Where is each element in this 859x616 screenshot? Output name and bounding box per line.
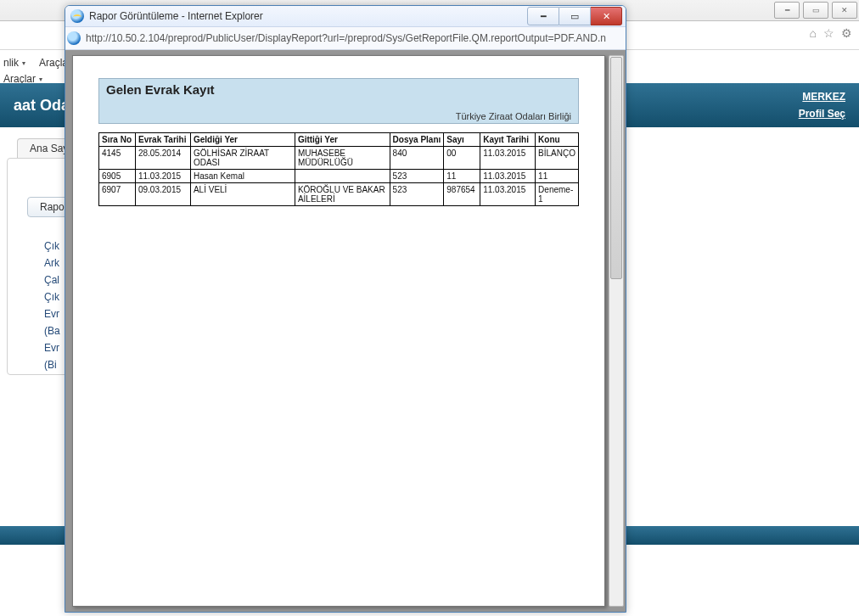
ie-popup-window: Rapor Görüntüleme - Internet Explorer ━ …: [65, 5, 626, 613]
pdf-viewport: Gelen Evrak Kayıt Türkiye Ziraat Odaları…: [65, 50, 626, 612]
col-geldigi-yer: Geldiği Yer: [190, 133, 295, 147]
ie-titlebar[interactable]: Rapor Görüntüleme - Internet Explorer ━ …: [65, 6, 626, 27]
outer-close-button[interactable]: ✕: [832, 2, 857, 19]
col-kayit-tarihi: Kayıt Tarihi: [480, 133, 536, 147]
link-merkez[interactable]: MERKEZ: [802, 91, 845, 103]
ie-address-bar: [65, 27, 626, 50]
col-sayi: Sayı: [444, 133, 480, 147]
list-item[interactable]: Çık: [44, 288, 60, 305]
col-evrak-tarihi: Evrak Tarihi: [135, 133, 190, 147]
list-item[interactable]: (Bi: [44, 356, 60, 373]
table-row: 6907 09.03.2015 ALİ VELİ KÖROĞLU VE BAKA…: [99, 183, 579, 206]
report-header-box: Gelen Evrak Kayıt Türkiye Ziraat Odaları…: [98, 78, 579, 124]
ie-maximize-button[interactable]: ▭: [559, 7, 591, 25]
col-dosya-plani: Dosya Planı: [390, 133, 444, 147]
ie-window-title: Rapor Görüntüleme - Internet Explorer: [89, 10, 522, 22]
table-row: 4145 28.05.2014 GÖLHİSAR ZİRAAT ODASI MU…: [99, 147, 579, 170]
outer-max-button[interactable]: ▭: [803, 2, 828, 19]
outer-min-button[interactable]: ━: [774, 2, 800, 19]
pdf-page: Gelen Evrak Kayıt Türkiye Ziraat Odaları…: [72, 55, 605, 607]
col-konu: Konu: [536, 133, 579, 147]
menubar-item-nlik[interactable]: nlik▾: [3, 57, 25, 69]
report-table: Sıra No Evrak Tarihi Geldiği Yer Gittiği…: [98, 132, 579, 206]
outer-toolbar-icons: ⌂ ☆ ⚙: [810, 24, 852, 42]
list-item[interactable]: Ark: [44, 255, 60, 272]
outer-left-list: Çık Ark Çal Çık Evr (Ba Evr (Bi: [44, 238, 60, 373]
report-subtitle: Türkiye Ziraat Odaları Birliği: [456, 111, 571, 121]
list-item[interactable]: Çal: [44, 272, 60, 288]
table-row: 6905 11.03.2015 Hasan Kemal 523 11 11.03…: [99, 170, 579, 183]
list-item[interactable]: Evr: [44, 305, 60, 322]
table-header-row: Sıra No Evrak Tarihi Geldiği Yer Gittiği…: [99, 133, 579, 147]
list-item[interactable]: (Ba: [44, 322, 60, 339]
col-gittigi-yer: Gittiği Yer: [295, 133, 390, 147]
list-item[interactable]: Çık: [44, 238, 60, 255]
star-icon[interactable]: ☆: [823, 26, 834, 40]
ie-close-button[interactable]: ✕: [591, 7, 622, 25]
ie-icon: [70, 9, 84, 23]
pdf-vertical-scrollbar[interactable]: [609, 55, 624, 607]
home-icon[interactable]: ⌂: [810, 26, 817, 40]
scrollbar-thumb[interactable]: [610, 57, 622, 279]
report-title: Gelen Evrak Kayıt: [106, 82, 573, 97]
gear-icon[interactable]: ⚙: [841, 26, 852, 40]
ie-favicon: [65, 27, 82, 49]
col-sira-no: Sıra No: [99, 133, 136, 147]
ie-url-input[interactable]: [82, 32, 626, 44]
ie-minimize-button[interactable]: ━: [527, 7, 559, 25]
list-item[interactable]: Evr: [44, 339, 60, 356]
link-profil-sec[interactable]: Profil Seç: [799, 108, 845, 120]
